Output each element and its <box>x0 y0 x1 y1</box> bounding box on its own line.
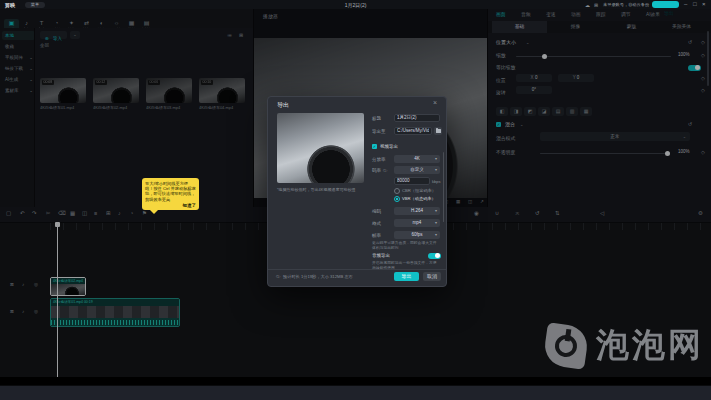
paopao-logo-icon <box>542 322 589 369</box>
bitrate-mode-dropdown[interactable]: 自定义▾ <box>394 166 440 174</box>
dialog-title: 导出 <box>277 101 289 110</box>
titlebar: 剪映 菜单 1月2日(2) ☁ ⊞ 未登录账号，自动云备份 ↑ 导出 – □ × <box>0 0 711 9</box>
preview-caption: *电脑性能较低时，导出4K视频速度可能较慢 <box>277 187 367 192</box>
codec-label: 编码 <box>372 209 381 214</box>
bitrate-unit: kbps <box>432 179 440 184</box>
bitrate-label: 码率 <box>372 168 381 173</box>
export-button-top[interactable]: ↑ 导出 <box>652 1 679 8</box>
chevron-down-icon: ▾ <box>435 207 437 215</box>
tooltip-got-it-button[interactable]: 知道了 <box>145 203 196 208</box>
tooltip-text: 放大/缩小时间线更方便啦！按住 Ctrl 并滚动鼠标滚轮，即可快速缩放时间线，剪… <box>145 181 196 202</box>
dialog-scrollbar[interactable] <box>443 152 445 222</box>
audio-export-label: 音频导出 <box>372 253 390 258</box>
close-button[interactable]: × <box>702 1 706 7</box>
cbr-radio[interactable] <box>394 188 400 194</box>
folder-icon <box>436 129 441 133</box>
dialog-close-icon[interactable]: × <box>433 99 437 106</box>
layout-icon[interactable]: ⊞ <box>594 2 598 8</box>
export-estimate: 预计时长 1分19秒，大小 312MB 左右 <box>283 274 353 279</box>
site-watermark: 泡泡网 <box>545 323 704 368</box>
info-icon: ⓘ <box>383 168 387 173</box>
name-label: 标题 <box>372 116 381 121</box>
export-dialog: 导出 × *电脑性能较低时，导出4K视频速度可能较慢 标题 导出至 ✓ 视频导出… <box>267 96 447 287</box>
maximize-button[interactable]: □ <box>693 1 697 7</box>
minimize-button[interactable]: – <box>684 1 687 7</box>
chevron-down-icon: ▾ <box>435 166 437 174</box>
audio-export-toggle[interactable] <box>428 253 441 260</box>
menu-button[interactable]: 菜单 <box>25 2 45 8</box>
export-preview-image <box>277 113 364 183</box>
chevron-down-icon: ▾ <box>435 231 437 239</box>
divider <box>268 269 446 270</box>
browse-folder-button[interactable] <box>434 127 442 135</box>
project-title: 1月2日(2) <box>300 2 411 8</box>
app-logo: 剪映 <box>5 2 15 8</box>
fps-dropdown[interactable]: 60fps▾ <box>394 231 440 239</box>
cancel-button[interactable]: 取消 <box>423 272 441 281</box>
path-label: 导出至 <box>372 129 386 134</box>
info-icon: ⓘ <box>276 274 280 279</box>
watermark-text: 泡泡网 <box>596 323 704 368</box>
account-status[interactable]: 未登录账号，自动云备份 <box>603 2 649 7</box>
cbr-label: CBR（恒定码率） <box>402 188 436 193</box>
fps-label: 帧率 <box>372 233 381 238</box>
export-confirm-button[interactable]: 导出 <box>394 272 419 281</box>
export-name-input[interactable] <box>394 114 440 122</box>
windows-taskbar: 大风预警 9°C 多云 搜索 ⌃ ▣ ⊙ ◍ ◉ ⊕ 11:37 2023/2/… <box>0 385 711 400</box>
fps-hint: 更高码率可提升画质，同时会增大文件体积与导出时间 <box>372 241 440 250</box>
vbr-label: VBR（动态码率） <box>402 196 436 201</box>
resolution-dropdown[interactable]: 4K▾ <box>394 155 440 163</box>
codec-dropdown[interactable]: H.264▾ <box>394 207 440 215</box>
format-label: 格式 <box>372 221 381 226</box>
feature-tooltip: 放大/缩小时间线更方便啦！按住 Ctrl 并滚动鼠标滚轮，即可快速缩放时间线，剪… <box>142 178 199 210</box>
vbr-radio[interactable] <box>394 196 400 202</box>
chevron-down-icon: ▾ <box>435 219 437 227</box>
chevron-down-icon: ▾ <box>435 155 437 163</box>
resolution-label: 分辨率 <box>372 157 386 162</box>
tooltip-tail <box>150 210 158 214</box>
bitrate-value-input[interactable] <box>394 177 430 185</box>
screen-gap <box>0 377 711 385</box>
export-path-input[interactable] <box>394 127 432 135</box>
video-export-label: 视频导出 <box>380 144 398 149</box>
video-export-checkbox[interactable]: ✓ <box>372 144 377 149</box>
cloud-sync-icon[interactable]: ☁ <box>585 2 590 8</box>
format-dropdown[interactable]: mp4▾ <box>394 219 440 227</box>
jianying-app-window: 剪映 菜单 1月2日(2) ☁ ⊞ 未登录账号，自动云备份 ↑ 导出 – □ ×… <box>0 0 711 400</box>
